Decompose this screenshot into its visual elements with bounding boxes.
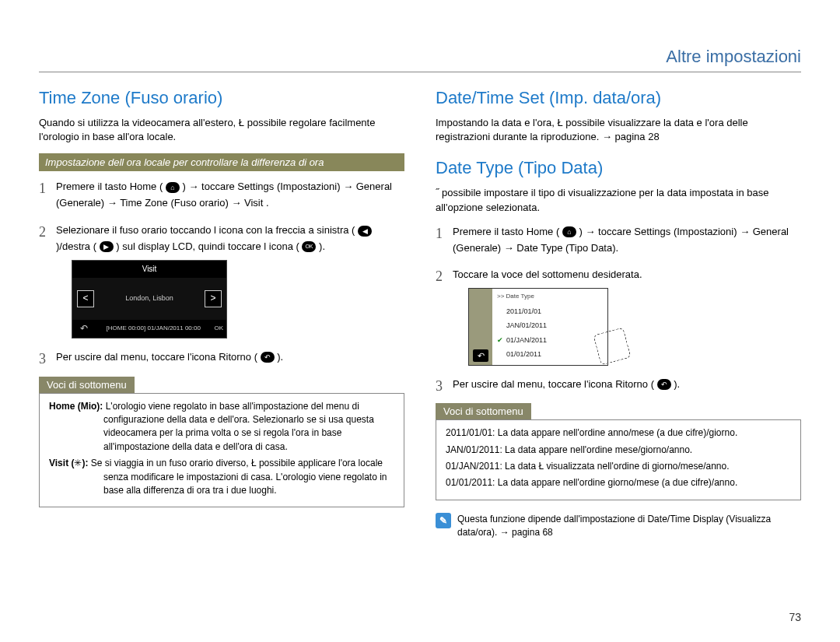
section-title-datetime: Date/Time Set (Imp. data/ora) [436,88,801,108]
text: ) sul display LCD, quindi toccare l icon… [116,240,299,252]
text: Toccare la voce del sottomenu desiderata… [453,268,642,280]
text: Per uscire dal menu, toccare l'icona Rit… [453,378,654,390]
intro-datetype: ˝ possibile impostare il tipo di visuali… [436,186,801,214]
page-category: Altre impostazioni [39,47,801,72]
text: Per uscire dal menu, toccare l'icona Rit… [56,351,257,363]
cam-back-icon: ↶ [75,321,93,336]
intro-timezone: Quando si utilizza la videocamera all'es… [39,116,404,144]
text: )/destra ( [56,240,96,252]
cam-date-sidebar: ↶ [469,289,492,364]
camera-screenshot-visit: Visit < London, Lisbon > ↶ [HOME 00:00] … [72,260,227,339]
cam-ok-button: OK [214,324,223,334]
submenu-box-left: Home (Mio): L'orologio viene regolato in… [39,393,404,508]
camera-screenshot-datetype: ↶ >> Date Type 2011/01/01 JAN/01/2011 01… [468,288,608,365]
cam-date-option-selected: 01/JAN/2011 [497,333,603,347]
note-box: ✎ Questa funzione dipende dall'impostazi… [436,513,801,539]
text: Premere il tasto Home ( [56,181,163,192]
cam-location: London, Lisbon [94,293,205,303]
dt-step-3: Per uscire dal menu, toccare l'icona Rit… [436,377,801,393]
section-title-datetype: Date Type (Tipo Data) [436,158,801,178]
submenu-home-label: Home (Mio): [49,401,103,412]
dt-step-2: Toccare la voce del sottomenu desiderata… [436,267,801,365]
ok-icon: OK [302,241,316,252]
note-text: Questa funzione dipende dall'impostazion… [457,513,801,539]
banner-timezone: Impostazione dell ora locale per control… [39,153,404,171]
info-icon: ✎ [436,513,451,528]
cam-date-option: 2011/01/01 [497,304,603,318]
return-icon: ↶ [261,352,275,363]
text: ). [674,378,680,390]
submenu-item: 01/01/2011: La data appare nell'ordine g… [446,476,791,489]
submenu-label-right: Voci di sottomenu [436,403,531,419]
arrow-left-icon: ◀ [358,226,372,237]
tz-step-1: Premere il tasto Home ( ⌂ ) → toccare Se… [39,179,404,212]
intro-datetime: Impostando la data e l'ora, Ł possibile … [436,116,801,144]
tz-step-2: Selezionare il fuso orario toccando l ic… [39,223,404,339]
arrow-right-icon: ▶ [100,241,114,252]
submenu-item: JAN/01/2011: La data appare nell'ordine … [446,444,791,457]
dt-step-1: Premere il tasto Home ( ⌂ ) → toccare Se… [436,224,801,257]
cam-arrow-left-icon: < [77,290,94,307]
text: Selezionare il fuso orario toccando l ic… [56,224,355,236]
touch-gesture-icon [597,331,628,362]
left-column: Time Zone (Fuso orario) Quando si utiliz… [39,88,404,539]
cam-back-icon: ↶ [473,349,488,362]
submenu-box-right: 2011/01/01: La data appare nell'ordine a… [436,419,801,500]
text: ). [319,240,325,252]
right-column: Date/Time Set (Imp. data/ora) Impostando… [436,88,801,539]
submenu-label-left: Voci di sottomenu [39,377,135,393]
submenu-visit-label: Visit ( [49,458,74,468]
home-icon: ⌂ [166,182,180,193]
cam-date-option: JAN/01/2011 [497,318,603,332]
submenu-visit-text: Se si viaggia in un fuso orario diverso,… [91,458,387,496]
page-number: 73 [789,611,801,623]
globe-icon: ✳ [74,458,82,468]
tz-step-3: Per uscire dal menu, toccare l'icona Rit… [39,349,404,366]
submenu-item: 2011/01/01: La data appare nell'ordine a… [446,426,791,440]
home-icon: ⌂ [562,226,576,237]
submenu-visit-label2: ): [82,458,88,468]
section-title-timezone: Time Zone (Fuso orario) [39,88,404,108]
submenu-item: 01/JAN/2011: La data Ł visualizzata nell… [446,460,791,473]
return-icon: ↶ [657,379,671,390]
cam-date-option: 01/01/2011 [497,347,603,361]
cam-arrow-right-icon: > [205,290,222,307]
submenu-home-text: L'orologio viene regolato in base all'im… [103,401,374,452]
text: ). [277,351,283,363]
cam-visit-title: Visit [72,261,226,278]
text: Premere il tasto Home ( [453,226,559,237]
cam-status: [HOME 00:00] 01/JAN/2011 00:00 [107,324,201,334]
cam-date-header: >> Date Type [497,292,603,302]
